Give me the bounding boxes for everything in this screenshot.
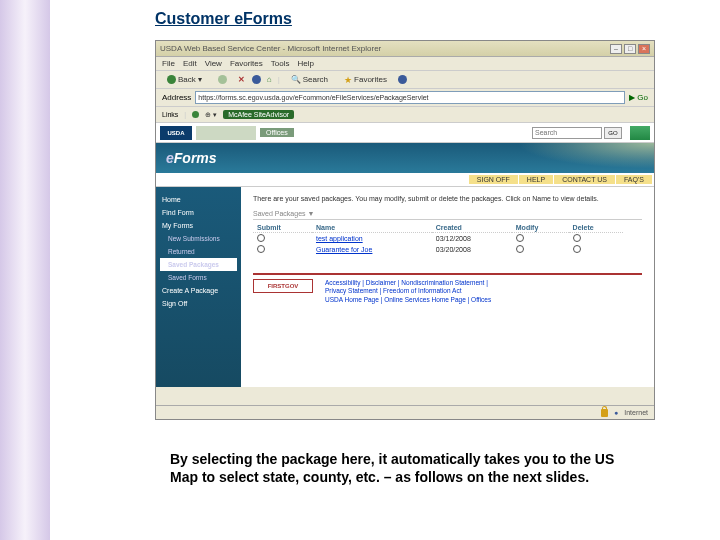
footer-line-1[interactable]: Accessibility | Disclaimer | Nondiscrimi… (325, 279, 491, 287)
intro-text: There are your saved packages. You may m… (253, 195, 642, 202)
close-button[interactable]: × (638, 44, 650, 54)
sidebar-item-new-submissions[interactable]: New Submissions (160, 232, 237, 245)
sidebar-item-find-form[interactable]: Find Form (160, 206, 237, 219)
faqs-link[interactable]: FAQ'S (616, 175, 652, 184)
created-cell: 03/20/2008 (432, 244, 512, 255)
sidebar-item-create-package[interactable]: Create A Package (160, 284, 237, 297)
menu-tools[interactable]: Tools (271, 59, 290, 68)
back-label: Back (178, 75, 196, 84)
address-label: Address (162, 93, 191, 102)
slide-caption: By selecting the package here, it automa… (170, 450, 640, 486)
table-row: Guarantee for Joe 03/20/2008 (253, 244, 623, 255)
banner-swoosh (494, 143, 654, 173)
footer-links: Accessibility | Disclaimer | Nondiscrimi… (325, 279, 491, 304)
sidebar-item-my-forms[interactable]: My Forms (160, 219, 237, 232)
home-icon[interactable]: ⌂ (267, 75, 272, 84)
address-bar: Address https://forms.sc.egov.usda.gov/e… (156, 89, 654, 107)
back-button[interactable]: Back ▾ (162, 73, 207, 86)
package-link[interactable]: test application (316, 235, 363, 242)
sidebar-item-home[interactable]: Home (160, 193, 237, 206)
zone-label: Internet (624, 409, 648, 416)
package-link[interactable]: Guarantee for Joe (316, 246, 372, 253)
favorites-button[interactable]: ★ Favorites (339, 73, 392, 87)
modify-radio[interactable] (516, 234, 524, 242)
content-pane: There are your saved packages. You may m… (241, 187, 654, 387)
browser-window: USDA Web Based Service Center - Microsof… (155, 40, 655, 420)
col-modify: Modify (512, 223, 569, 233)
back-icon (167, 75, 176, 84)
slide-accent-bar (0, 0, 50, 540)
address-input[interactable]: https://forms.sc.egov.usda.gov/eFcommon/… (195, 91, 625, 104)
menu-help[interactable]: Help (297, 59, 313, 68)
signoff-link[interactable]: SIGN OFF (469, 175, 518, 184)
search-label: Search (303, 75, 328, 84)
chevron-down-icon: ▾ (198, 75, 202, 84)
zone-icon: ● (614, 409, 618, 416)
usda-logo: USDA (160, 126, 192, 140)
history-icon[interactable] (398, 75, 407, 84)
sidebar-item-saved-packages[interactable]: Saved Packages (160, 258, 237, 271)
menu-favorites[interactable]: Favorites (230, 59, 263, 68)
lock-icon (601, 409, 608, 417)
eforms-banner: eForms (156, 143, 654, 173)
col-name: Name (312, 223, 432, 233)
help-link[interactable]: HELP (519, 175, 553, 184)
footer-line-2[interactable]: Privacy Statement | Freedom of Informati… (325, 287, 491, 295)
window-titlebar: USDA Web Based Service Center - Microsof… (156, 41, 654, 57)
site-search-input[interactable] (532, 127, 602, 139)
col-submit: Submit (253, 223, 312, 233)
links-bar: Links | ⊕ ▾ McAfee SiteAdvisor (156, 107, 654, 123)
site-search-go[interactable]: GO (604, 127, 622, 139)
sidebar-item-saved-forms[interactable]: Saved Forms (160, 271, 237, 284)
slide-title: Customer eForms (155, 10, 292, 28)
browser-toolbar: Back ▾ ✕ ⌂ | 🔍 Search ★ Favorites (156, 71, 654, 89)
search-icon: 🔍 (291, 75, 301, 84)
packages-table: Submit Name Created Modify Delete test a… (253, 223, 623, 255)
refresh-icon[interactable] (252, 75, 261, 84)
sidebar-item-returned[interactable]: Returned (160, 245, 237, 258)
delete-radio[interactable] (573, 245, 581, 253)
footer-line-3[interactable]: USDA Home Page | Online Services Home Pa… (325, 296, 491, 304)
offices-tab[interactable]: Offices (260, 128, 294, 137)
sidebar: Home Find Form My Forms New Submissions … (156, 187, 241, 387)
firstgov-logo[interactable]: FIRSTGOV (253, 279, 313, 293)
contact-link[interactable]: CONTACT US (554, 175, 615, 184)
submit-radio[interactable] (257, 245, 265, 253)
header-graphic (630, 126, 650, 140)
eforms-logo: eForms (166, 150, 217, 166)
minimize-button[interactable]: – (610, 44, 622, 54)
created-cell: 03/12/2008 (432, 233, 512, 245)
sidebar-item-sign-off[interactable]: Sign Off (160, 297, 237, 310)
menu-view[interactable]: View (205, 59, 222, 68)
siteadvisor-icon (192, 111, 199, 118)
service-center-logo (196, 126, 256, 140)
link-shortcut[interactable]: ⊕ ▾ (205, 111, 217, 119)
forward-button[interactable] (213, 73, 232, 86)
maximize-button[interactable]: □ (624, 44, 636, 54)
links-label: Links (162, 111, 178, 118)
address-value: https://forms.sc.egov.usda.gov/eFcommon/… (198, 94, 428, 101)
modify-radio[interactable] (516, 245, 524, 253)
status-bar: ● Internet (156, 405, 654, 419)
window-title-text: USDA Web Based Service Center - Microsof… (160, 44, 381, 53)
delete-radio[interactable] (573, 234, 581, 242)
utility-link-strip: SIGN OFF HELP CONTACT US FAQ'S (156, 173, 654, 187)
page-footer: FIRSTGOV Accessibility | Disclaimer | No… (253, 273, 642, 304)
links-separator: | (184, 111, 186, 118)
section-heading: Saved Packages ▼ (253, 210, 642, 220)
usda-header: USDA Offices GO (156, 123, 654, 143)
menu-bar: File Edit View Favorites Tools Help (156, 57, 654, 71)
forward-icon (218, 75, 227, 84)
menu-file[interactable]: File (162, 59, 175, 68)
menu-edit[interactable]: Edit (183, 59, 197, 68)
search-button[interactable]: 🔍 Search (286, 73, 333, 86)
siteadvisor-pill[interactable]: McAfee SiteAdvisor (223, 110, 294, 119)
main-area: Home Find Form My Forms New Submissions … (156, 187, 654, 387)
col-delete: Delete (569, 223, 623, 233)
table-row: test application 03/12/2008 (253, 233, 623, 245)
stop-icon[interactable]: ✕ (238, 76, 246, 84)
submit-radio[interactable] (257, 234, 265, 242)
col-created: Created (432, 223, 512, 233)
favorites-label: Favorites (354, 75, 387, 84)
go-button[interactable]: ▶ Go (629, 93, 648, 102)
